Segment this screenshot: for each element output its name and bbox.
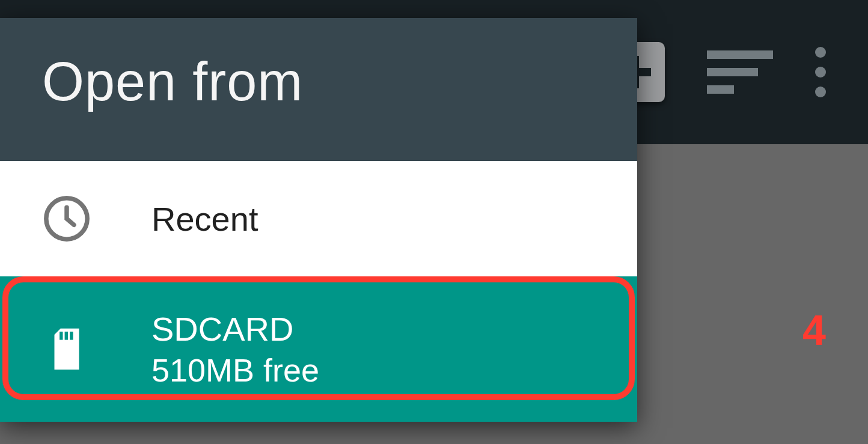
drawer-list: Recent SDCARD 510MB free (0, 161, 637, 422)
svg-rect-1 (60, 332, 63, 340)
drawer-item-recent[interactable]: Recent (0, 161, 637, 276)
drawer-item-subtitle: 510MB free (151, 351, 319, 389)
drawer-item-sdcard[interactable]: SDCARD 510MB free (0, 276, 637, 422)
drawer-title: Open from (0, 18, 637, 161)
sdcard-icon (42, 324, 91, 374)
drawer-item-label: SDCARD (151, 309, 319, 348)
svg-rect-2 (65, 332, 68, 340)
drawer-item-label: Recent (151, 199, 258, 239)
svg-rect-3 (70, 332, 73, 340)
open-from-drawer: Open from Recent SDCARD 510MB free (0, 18, 637, 422)
clock-icon (42, 194, 91, 243)
